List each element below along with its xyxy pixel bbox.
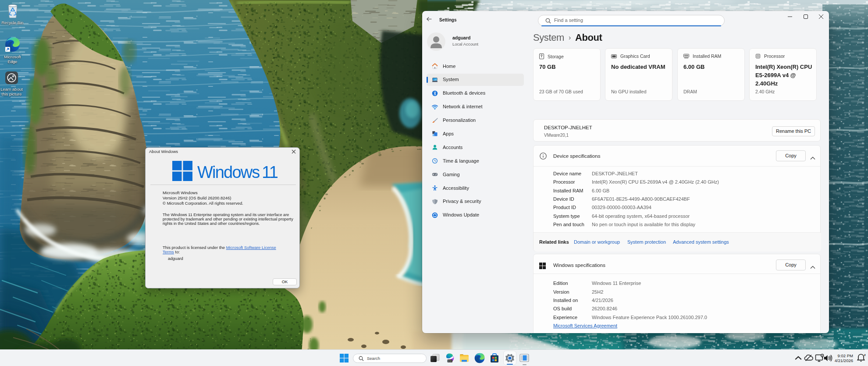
svg-text:M365: M365 xyxy=(448,360,452,362)
svg-text:z: z xyxy=(864,353,866,357)
